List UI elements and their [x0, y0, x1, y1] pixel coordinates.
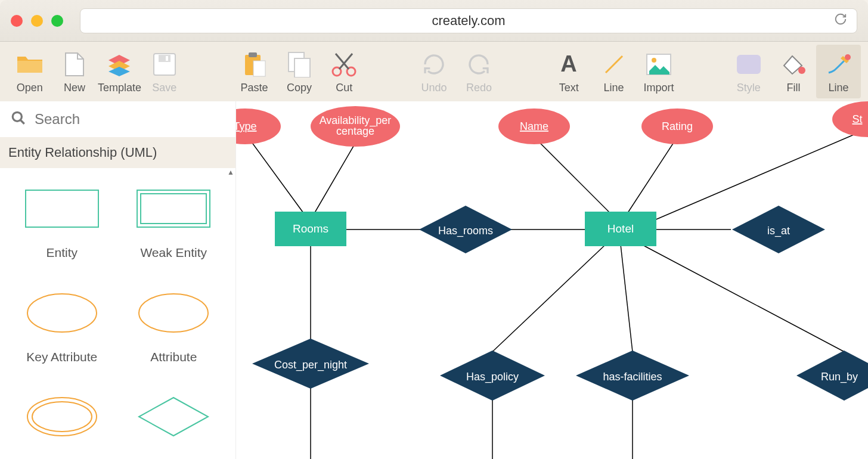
cut-label: Cut — [336, 82, 352, 94]
import-label: Import — [643, 82, 674, 94]
shapes-sidebar: Entity Relationship (UML) ▲ Entity Weak … — [0, 101, 235, 459]
import-icon — [646, 49, 672, 79]
copy-icon — [287, 49, 311, 79]
svg-point-27 — [32, 402, 92, 432]
svg-line-39 — [621, 244, 633, 352]
close-window-button[interactable] — [11, 15, 23, 27]
redo-label: Redo — [466, 82, 492, 94]
rel-run-by[interactable]: Run_by — [796, 351, 868, 401]
svg-line-13 — [606, 56, 622, 73]
shape-attribute[interactable]: Attribute — [118, 290, 230, 384]
svg-text:centage: centage — [336, 125, 374, 137]
paste-icon — [243, 49, 266, 79]
svg-line-32 — [653, 131, 862, 221]
line-style-button[interactable]: Line — [816, 45, 861, 98]
cut-button[interactable]: Cut — [322, 45, 367, 98]
open-button[interactable]: Open — [7, 45, 52, 98]
svg-point-26 — [27, 398, 97, 436]
rel-has-policy[interactable]: Has_policy — [440, 351, 545, 401]
rel-is-at[interactable]: is_at — [732, 206, 825, 253]
svg-rect-23 — [141, 194, 206, 224]
svg-point-17 — [798, 67, 805, 74]
entity-hotel[interactable]: Hotel — [585, 212, 656, 246]
reload-icon[interactable] — [834, 13, 847, 29]
svg-point-52 — [832, 101, 868, 137]
redo-button[interactable]: Redo — [457, 45, 501, 98]
rel-cost-per-night[interactable]: Cost_per_night — [252, 339, 369, 389]
maximize-window-button[interactable] — [51, 15, 63, 27]
svg-text:Has_policy: Has_policy — [466, 371, 519, 383]
attr-name[interactable]: Name — [498, 108, 570, 144]
browser-chrome: creately.com — [0, 0, 868, 42]
line-icon — [602, 49, 626, 79]
url-bar[interactable]: creately.com — [80, 8, 857, 33]
minimize-window-button[interactable] — [31, 15, 43, 27]
shape-weak-entity-label: Weak Entity — [140, 246, 207, 260]
svg-rect-4 — [249, 52, 257, 57]
undo-icon — [422, 49, 446, 79]
shape-derived-attribute[interactable] — [6, 394, 118, 459]
svg-line-31 — [627, 137, 677, 215]
svg-line-20 — [20, 120, 24, 124]
svg-line-30 — [534, 137, 612, 215]
svg-text:has-facilities: has-facilities — [603, 371, 662, 383]
svg-rect-7 — [294, 58, 310, 77]
svg-text:is_at: is_at — [767, 225, 790, 237]
search-icon — [11, 110, 26, 128]
fill-button[interactable]: Fill — [771, 45, 816, 98]
shape-entity[interactable]: Entity — [6, 186, 118, 280]
svg-point-19 — [13, 112, 21, 121]
attr-type[interactable]: Type — [236, 108, 281, 144]
attr-rating[interactable]: Rating — [641, 108, 713, 144]
import-button[interactable]: Import — [636, 45, 681, 98]
shape-key-attribute-label: Key Attribute — [26, 350, 97, 364]
svg-point-25 — [139, 294, 208, 332]
save-button[interactable]: Save — [142, 45, 187, 98]
svg-rect-2 — [166, 56, 168, 61]
rel-has-facilities[interactable]: has-facilities — [576, 351, 689, 401]
entity-rooms[interactable]: Rooms — [275, 212, 346, 246]
paste-button[interactable]: Paste — [232, 45, 277, 98]
copy-button[interactable]: Copy — [277, 45, 321, 98]
save-label: Save — [152, 82, 176, 94]
toolbar: Open New Template Save Paste Copy C — [0, 42, 868, 101]
window-controls — [11, 15, 63, 27]
paste-label: Paste — [241, 82, 268, 94]
svg-point-24 — [27, 294, 97, 332]
text-label: Text — [559, 82, 579, 94]
line-label: Line — [604, 82, 624, 94]
shape-attribute-label: Attribute — [150, 350, 197, 364]
panel-title[interactable]: Entity Relationship (UML) — [0, 137, 235, 168]
text-tool-button[interactable]: A Text — [547, 45, 591, 98]
shape-grid: ▲ Entity Weak Entity Key Attribute Attri… — [0, 168, 235, 459]
style-label: Style — [737, 82, 761, 94]
svg-text:Rating: Rating — [662, 120, 693, 132]
svg-point-18 — [845, 54, 851, 60]
search-row — [0, 101, 235, 137]
copy-label: Copy — [287, 82, 312, 94]
attr-availability[interactable]: Availability_percentage — [311, 106, 400, 147]
shape-key-attribute[interactable]: Key Attribute — [6, 290, 118, 384]
svg-text:Has_rooms: Has_rooms — [438, 225, 493, 237]
shape-weak-entity[interactable]: Weak Entity — [118, 186, 230, 280]
template-label: Template — [98, 82, 141, 94]
template-button[interactable]: Template — [97, 45, 142, 98]
style-button[interactable]: Style — [726, 45, 771, 98]
attr-st[interactable]: St — [832, 101, 868, 137]
svg-text:Name: Name — [520, 120, 548, 132]
svg-rect-22 — [137, 190, 210, 227]
template-icon — [106, 49, 133, 79]
diagram-canvas[interactable]: Type Availability_percentage Name Rating… — [235, 101, 868, 459]
svg-line-29 — [314, 143, 355, 215]
scroll-up-arrow[interactable]: ▲ — [227, 168, 234, 176]
svg-text:St: St — [852, 113, 862, 125]
style-icon — [736, 49, 762, 79]
save-icon — [153, 49, 176, 79]
line-tool-button[interactable]: Line — [591, 45, 636, 98]
shape-relationship[interactable] — [118, 394, 230, 459]
fill-icon — [780, 49, 807, 79]
new-button[interactable]: New — [52, 45, 97, 98]
rel-has-rooms[interactable]: Has_rooms — [419, 206, 512, 253]
search-input[interactable] — [35, 111, 225, 128]
undo-button[interactable]: Undo — [411, 45, 456, 98]
